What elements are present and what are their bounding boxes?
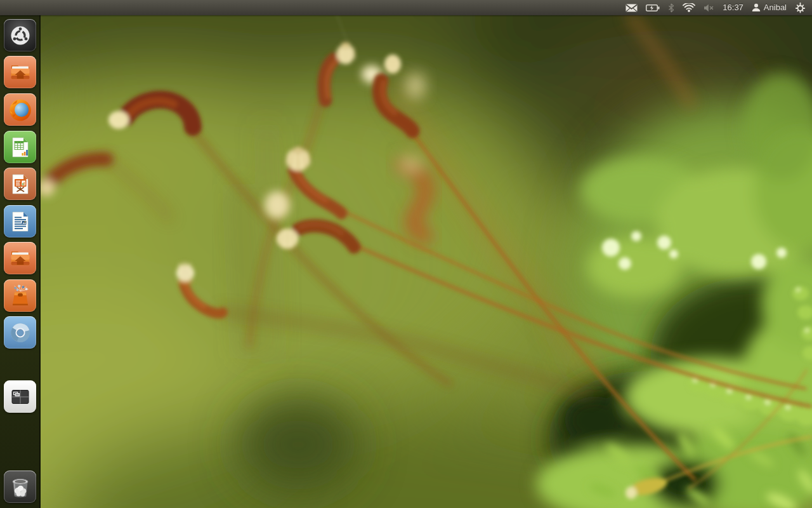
top-panel: 16:37 Anibal xyxy=(0,0,812,15)
unity-launcher xyxy=(0,15,41,508)
home-folder-icon xyxy=(7,246,34,271)
launcher-item-home-folder[interactable] xyxy=(4,56,36,88)
user-icon xyxy=(752,3,761,12)
launcher-item-libreoffice-impress[interactable] xyxy=(4,168,36,200)
spreadsheet-icon xyxy=(8,135,33,160)
launcher-item-firefox[interactable] xyxy=(4,93,36,126)
launcher-item-files[interactable] xyxy=(4,242,36,274)
shopping-bag-icon xyxy=(7,283,34,309)
username-text: Anibal xyxy=(764,0,787,15)
launcher-item-dash-home[interactable] xyxy=(4,19,36,51)
network-indicator[interactable] xyxy=(683,0,695,15)
ubuntu-desktop: 16:37 Anibal xyxy=(0,0,812,508)
presentation-icon xyxy=(8,171,33,197)
wifi-icon xyxy=(683,3,695,12)
messages-indicator[interactable] xyxy=(625,0,638,15)
wallpaper-moss-photo xyxy=(0,0,812,508)
bluetooth-indicator[interactable] xyxy=(668,0,674,15)
session-gear-icon xyxy=(795,3,806,13)
clock-text: 16:37 xyxy=(723,0,743,15)
workspaces-grid-icon xyxy=(8,384,33,410)
launcher-item-libreoffice-calc[interactable] xyxy=(4,131,36,163)
battery-charging-icon xyxy=(646,4,660,12)
home-folder-icon xyxy=(7,60,34,85)
firefox-icon xyxy=(7,97,34,123)
launcher-item-workspace-switcher[interactable] xyxy=(4,380,36,413)
messages-icon xyxy=(625,4,638,12)
bluetooth-icon xyxy=(668,3,674,13)
volume-muted-icon xyxy=(704,4,714,12)
sound-indicator[interactable] xyxy=(704,0,714,15)
launcher-item-trash[interactable] xyxy=(4,471,36,503)
battery-indicator[interactable] xyxy=(646,0,660,15)
chromium-icon xyxy=(7,319,34,346)
launcher-item-software-center[interactable] xyxy=(4,279,36,312)
clock-indicator[interactable]: 16:37 xyxy=(723,0,743,15)
launcher-item-libreoffice-writer[interactable] xyxy=(4,205,36,237)
session-menu[interactable] xyxy=(795,0,806,15)
launcher-item-chromium[interactable] xyxy=(4,316,36,349)
trash-bin-icon xyxy=(7,474,34,500)
user-menu[interactable]: Anibal xyxy=(752,0,787,15)
document-icon xyxy=(8,209,33,234)
ubuntu-logo-icon xyxy=(8,23,33,48)
